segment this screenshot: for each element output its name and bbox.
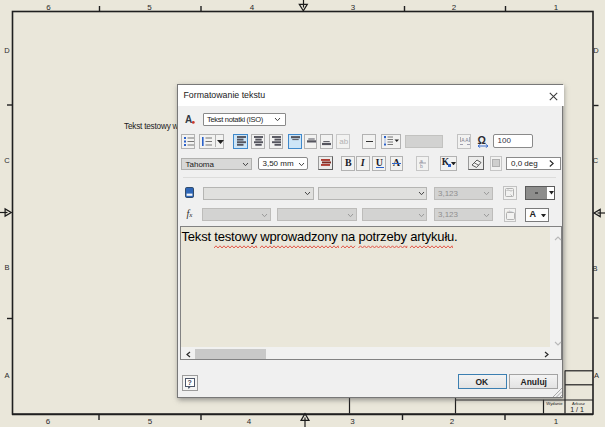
svg-text:1: 1	[554, 417, 559, 426]
svg-text:2: 2	[452, 3, 457, 12]
svg-text:B: B	[4, 263, 9, 272]
svg-text:C: C	[4, 156, 10, 165]
svg-text:3: 3	[350, 417, 355, 426]
svg-text:1 / 1: 1 / 1	[570, 406, 584, 413]
svg-text:4: 4	[250, 3, 255, 12]
svg-text:A A: A A	[461, 137, 469, 143]
svg-text:B: B	[592, 264, 597, 273]
svg-text:C: C	[593, 156, 599, 165]
svg-text:A: A	[4, 371, 9, 380]
svg-text:5: 5	[147, 3, 152, 12]
svg-text:5: 5	[148, 417, 153, 426]
svg-text:6: 6	[46, 3, 51, 12]
svg-text:Wydanie: Wydanie	[546, 401, 563, 406]
svg-text:abc: abc	[507, 210, 513, 214]
svg-text:A: A	[185, 114, 192, 125]
svg-text:6: 6	[46, 417, 51, 426]
svg-text:D: D	[4, 46, 10, 55]
svg-text:D: D	[593, 46, 599, 55]
svg-text:3: 3	[351, 3, 356, 12]
svg-text:1: 1	[554, 3, 559, 12]
svg-text:4: 4	[247, 417, 252, 426]
svg-text:b: b	[420, 163, 423, 168]
svg-text:2: 2	[450, 417, 455, 426]
svg-text:?: ?	[187, 379, 191, 386]
svg-text:A: A	[594, 371, 599, 380]
